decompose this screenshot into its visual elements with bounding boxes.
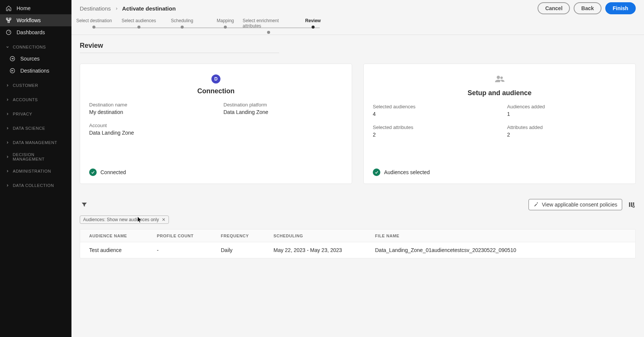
- nav-dashboards-label: Dashboards: [17, 29, 45, 35]
- main: Destinations Activate destination Cancel…: [71, 0, 644, 337]
- step-1[interactable]: Select audiences: [122, 18, 156, 29]
- step-label: Scheduling: [171, 18, 193, 23]
- svg-rect-7: [631, 202, 632, 207]
- section-decision-management[interactable]: DECISION MANAGEMENT: [0, 151, 71, 162]
- section-connections-label: CONNECTIONS: [13, 45, 46, 49]
- section-customer[interactable]: CUSTOMER: [0, 80, 71, 91]
- table-header: AUDIENCE NAME PROFILE COUNT FREQUENCY SC…: [80, 229, 635, 242]
- chevron-right-icon: [5, 183, 10, 188]
- sel-attr-value: 2: [373, 132, 492, 138]
- section-label: ADMINISTRATION: [13, 169, 51, 173]
- connection-badge: D: [211, 74, 220, 83]
- workflows-icon: [5, 17, 12, 24]
- check-icon: [89, 168, 97, 176]
- section-privacy[interactable]: PRIVACY: [0, 108, 71, 120]
- col-frequency: FREQUENCY: [221, 234, 273, 238]
- chevron-down-icon: [5, 45, 10, 49]
- nav-sources[interactable]: Sources: [0, 53, 71, 65]
- chevron-right-icon: [5, 169, 10, 173]
- nav-workflows-label: Workflows: [17, 17, 41, 23]
- dest-name-value: My destination: [89, 109, 208, 115]
- step-2[interactable]: Scheduling: [171, 18, 193, 29]
- step-label: Select audiences: [122, 18, 156, 23]
- attr-added-value: 2: [507, 132, 626, 138]
- svg-rect-8: [633, 202, 634, 205]
- wand-icon: [533, 202, 539, 208]
- finish-button[interactable]: Finish: [605, 2, 636, 14]
- connection-status: Connected: [100, 169, 126, 175]
- section-accounts[interactable]: ACCOUNTS: [0, 94, 71, 105]
- section-data-management[interactable]: DATA MANAGEMENT: [0, 137, 71, 148]
- sidebar: Home Workflows Dashboards CONNECTIONS So…: [0, 0, 71, 337]
- section-label: DATA MANAGEMENT: [13, 140, 57, 145]
- actions: Cancel Back Finish: [538, 2, 636, 14]
- nav-home[interactable]: Home: [0, 2, 71, 14]
- svg-rect-2: [8, 21, 9, 23]
- step-dot: [267, 31, 270, 34]
- back-button[interactable]: Back: [574, 2, 601, 14]
- close-icon[interactable]: ✕: [162, 217, 166, 222]
- home-icon: [5, 5, 12, 12]
- destinations-icon: [9, 67, 16, 74]
- nav-destinations[interactable]: Destinations: [0, 65, 71, 77]
- column-settings-icon[interactable]: [627, 200, 636, 209]
- col-name: AUDIENCE NAME: [89, 234, 157, 238]
- step-0[interactable]: Select destination: [76, 18, 112, 29]
- chevron-right-icon: [5, 112, 10, 116]
- breadcrumb-parent[interactable]: Destinations: [80, 5, 111, 12]
- nav-home-label: Home: [17, 5, 30, 11]
- section-label: PRIVACY: [13, 112, 32, 116]
- step-dot: [137, 26, 140, 29]
- step-4[interactable]: Select enrichment attributes: [243, 18, 295, 34]
- cell-name: Test audience: [89, 247, 157, 253]
- svg-rect-6: [629, 202, 630, 207]
- content: Review D Connection Destination name My …: [71, 35, 644, 337]
- consent-policies-button[interactable]: View applicable consent policies: [529, 199, 622, 210]
- section-data-science[interactable]: DATA SCIENCE: [0, 123, 71, 134]
- aud-added-label: Audiences added: [507, 104, 626, 109]
- dest-platform-label: Destination platform: [223, 102, 343, 108]
- step-dot: [224, 26, 227, 29]
- section-label: DECISION MANAGEMENT: [13, 152, 66, 161]
- chevron-right-icon: [5, 155, 10, 159]
- step-dot: [93, 26, 96, 29]
- step-3[interactable]: Mapping: [217, 18, 234, 29]
- cancel-button[interactable]: Cancel: [538, 2, 570, 14]
- svg-rect-0: [6, 18, 8, 20]
- setup-card-title: Setup and audience: [468, 89, 532, 97]
- review-cards: D Connection Destination name My destina…: [80, 64, 636, 184]
- consent-policies-label: View applicable consent policies: [542, 202, 617, 208]
- nav-workflows[interactable]: Workflows: [0, 14, 71, 26]
- col-filename: FILE NAME: [375, 234, 626, 238]
- table-toolbar: View applicable consent policies: [80, 199, 636, 210]
- chevron-right-icon: [5, 140, 10, 145]
- sel-aud-label: Selected audiences: [373, 104, 492, 109]
- filter-icon[interactable]: [80, 200, 89, 209]
- nav-dashboards[interactable]: Dashboards: [0, 26, 71, 38]
- people-icon: [494, 74, 505, 85]
- setup-card: Setup and audience Selected audiences 4 …: [363, 64, 636, 184]
- chevron-right-icon: [5, 97, 10, 102]
- svg-rect-1: [9, 18, 11, 20]
- aud-added-value: 1: [507, 111, 626, 117]
- col-scheduling: SCHEDULING: [273, 234, 375, 238]
- chevron-right-icon: [5, 83, 10, 88]
- step-5[interactable]: Review: [305, 18, 320, 29]
- section-connections[interactable]: CONNECTIONS: [0, 41, 71, 53]
- audiences-table: AUDIENCE NAME PROFILE COUNT FREQUENCY SC…: [80, 229, 636, 258]
- svg-point-9: [633, 206, 635, 208]
- title-rule: [80, 53, 279, 53]
- cell-frequency: Daily: [221, 247, 273, 253]
- section-label: CUSTOMER: [13, 83, 38, 88]
- section-administration[interactable]: ADMINISTRATION: [0, 165, 71, 177]
- review-title: Review: [80, 42, 636, 50]
- dest-name-label: Destination name: [89, 102, 208, 108]
- account-label: Account: [89, 123, 208, 128]
- nav-sources-label: Sources: [20, 56, 39, 62]
- table-row[interactable]: Test audience-DailyMay 22, 2023 - May 23…: [80, 242, 635, 258]
- breadcrumb: Destinations Activate destination: [80, 5, 176, 12]
- section-label: DATA COLLECTION: [13, 183, 54, 188]
- section-data-collection[interactable]: DATA COLLECTION: [0, 180, 71, 191]
- section-label: DATA SCIENCE: [13, 126, 45, 131]
- nav-destinations-label: Destinations: [20, 68, 49, 74]
